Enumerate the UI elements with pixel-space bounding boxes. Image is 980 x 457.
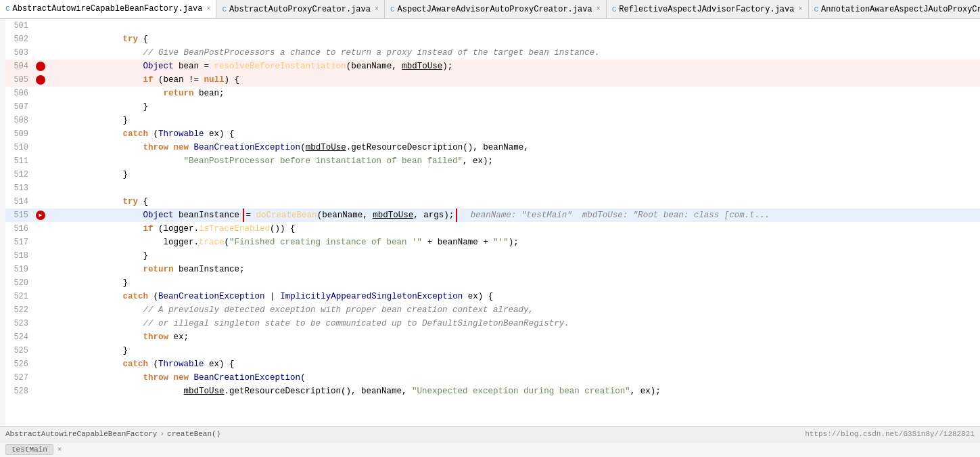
bp-524 — [34, 330, 47, 344]
table-row: 523 // or illegal singleton state to be … — [5, 317, 980, 330]
code-511: "BeanPostProcessor before instantiation … — [57, 154, 980, 168]
fold-510 — [47, 141, 57, 154]
table-row: 515 Object beanInstance = doCreateBean(b… — [5, 209, 980, 222]
table-row: 527 throw new BeanCreationException( — [5, 371, 980, 385]
code-514: try { — [57, 195, 980, 209]
fold-519 — [47, 263, 57, 276]
breadcrumb-method: createBean() — [167, 430, 220, 438]
fold-518 — [47, 249, 57, 263]
fold-509 — [47, 127, 57, 141]
code-524: throw ex; — [57, 330, 980, 344]
table-row: 505 if (bean != null) { — [5, 73, 980, 87]
line-num-516: 516 — [5, 222, 34, 236]
tab-close-4[interactable]: × — [798, 5, 802, 13]
fold-522 — [47, 303, 57, 317]
code-513 — [57, 181, 980, 195]
line-num-518: 518 — [5, 249, 34, 263]
table-row: 511 "BeanPostProcessor before instantiat… — [5, 154, 980, 168]
fold-501 — [47, 19, 57, 32]
bp-510 — [34, 141, 47, 154]
bp-503 — [34, 46, 47, 60]
code-507: } — [57, 100, 980, 114]
thread-tab-testmain[interactable]: testMain — [5, 444, 53, 455]
table-row: 528 mbdToUse.getResourceDescription(), b… — [5, 385, 980, 398]
fold-528 — [47, 385, 57, 398]
status-bar: AbstractAutowireCapableBeanFactory › cre… — [0, 426, 980, 441]
tab-label-3: AspectJAwareAdvisorAutoProxyCreator.java — [398, 5, 592, 14]
line-num-517: 517 — [5, 236, 34, 249]
code-editor[interactable]: 501 502 try { 503 // Gi — [5, 19, 980, 426]
tab-icon-1: C — [5, 5, 10, 13]
bp-507 — [34, 100, 47, 114]
line-num-509: 509 — [5, 127, 34, 141]
table-row: 524 throw ex; — [5, 330, 980, 344]
bp-506 — [34, 87, 47, 100]
tab-label-2: AbstractAutoProxyCreator.java — [229, 5, 371, 14]
line-num-519: 519 — [5, 263, 34, 276]
table-row: 513 — [5, 181, 980, 195]
table-row: 525 } — [5, 344, 980, 357]
line-num-523: 523 — [5, 317, 34, 330]
status-url: https://blog.csdn.net/G3S1n8y//1282821 — [805, 430, 975, 438]
line-num-513: 513 — [5, 181, 34, 195]
table-row: 510 throw new BeanCreationException(mbdT… — [5, 141, 980, 154]
table-row: 526 catch (Throwable ex) { — [5, 357, 980, 371]
table-row: 519 return beanInstance; — [5, 263, 980, 276]
fold-513 — [47, 181, 57, 195]
fold-504 — [47, 60, 57, 73]
bp-517 — [34, 236, 47, 249]
editor-area: 501 502 try { 503 // Gi — [0, 19, 980, 426]
tab-label-1: AbstractAutowireCapableBeanFactory.java — [13, 4, 203, 14]
bp-525 — [34, 344, 47, 357]
bp-516 — [34, 222, 47, 236]
tab-abstract-autowire[interactable]: C AbstractAutowireCapableBeanFactory.jav… — [0, 0, 216, 18]
tab-icon-5: C — [814, 5, 819, 14]
thread-tab-close[interactable]: × — [57, 445, 62, 454]
table-row: 520 } — [5, 276, 980, 290]
tab-abstract-autoproxy[interactable]: C AbstractAutoProxyCreator.java × — [216, 0, 384, 18]
line-num-527: 527 — [5, 371, 34, 385]
tab-reflective[interactable]: C ReflectiveAspectJAdvisorFactory.java × — [607, 0, 809, 18]
code-525: } — [57, 344, 980, 357]
tab-close-1[interactable]: × — [206, 5, 210, 13]
tab-annotation[interactable]: C AnnotationAwareAspectJAutoProxyCreator… — [809, 0, 981, 18]
fold-511 — [47, 154, 57, 168]
fold-524 — [47, 330, 57, 344]
tab-bar: C AbstractAutowireCapableBeanFactory.jav… — [0, 0, 980, 19]
line-num-508: 508 — [5, 114, 34, 127]
bp-502 — [34, 32, 47, 46]
fold-525 — [47, 344, 57, 357]
line-num-514: 514 — [5, 195, 34, 209]
breadcrumb: AbstractAutowireCapableBeanFactory › cre… — [5, 430, 220, 438]
line-num-528: 528 — [5, 385, 34, 398]
fold-517 — [47, 236, 57, 249]
tab-aspectj[interactable]: C AspectJAwareAdvisorAutoProxyCreator.ja… — [385, 0, 607, 18]
line-num-503: 503 — [5, 46, 34, 60]
code-528: mbdToUse.getResourceDescription(), beanN… — [57, 385, 980, 398]
bp-527 — [34, 371, 47, 385]
line-num-507: 507 — [5, 100, 34, 114]
fold-502 — [47, 32, 57, 46]
fold-503 — [47, 46, 57, 60]
tab-close-3[interactable]: × — [597, 5, 601, 13]
bp-522 — [34, 303, 47, 317]
table-row: 501 — [5, 19, 980, 32]
code-522: // A previously detected exception with … — [57, 303, 980, 317]
bp-521 — [34, 290, 47, 303]
tab-close-2[interactable]: × — [375, 5, 379, 13]
code-515: Object beanInstance = doCreateBean(beanN… — [57, 209, 980, 222]
line-num-521: 521 — [5, 290, 34, 303]
table-row: 506 return bean; — [5, 87, 980, 100]
line-num-501: 501 — [5, 19, 34, 32]
code-526: catch (Throwable ex) { — [57, 357, 980, 371]
table-row: 507 } — [5, 100, 980, 114]
code-527: throw new BeanCreationException( — [57, 371, 980, 385]
bp-505 — [34, 73, 47, 87]
fold-520 — [47, 276, 57, 290]
fold-508 — [47, 114, 57, 127]
breakpoint-marker-504 — [36, 62, 45, 71]
table-row: 503 // Give BeanPostProcessors a chance … — [5, 46, 980, 60]
line-num-520: 520 — [5, 276, 34, 290]
thread-bar: testMain × — [0, 441, 980, 457]
code-519: return beanInstance; — [57, 263, 980, 276]
